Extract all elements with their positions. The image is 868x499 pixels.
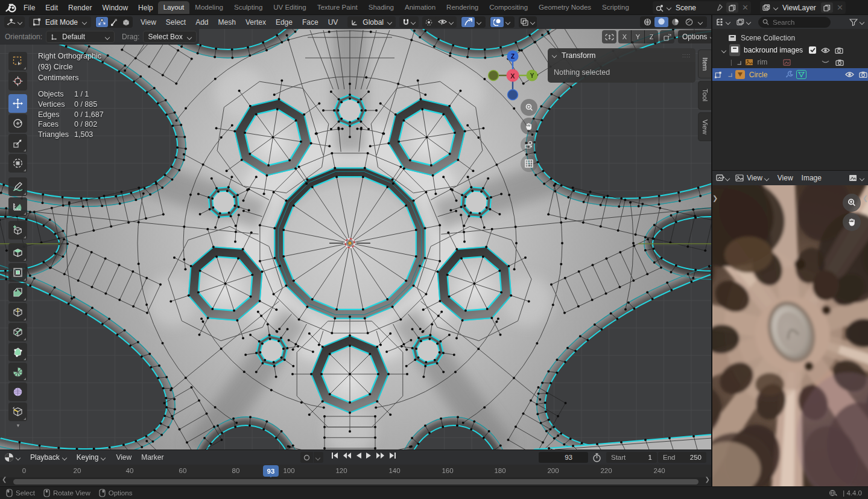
svg-text:Z: Z [511, 53, 515, 60]
svg-text:X: X [510, 72, 515, 80]
svg-text:Y: Y [530, 72, 534, 79]
